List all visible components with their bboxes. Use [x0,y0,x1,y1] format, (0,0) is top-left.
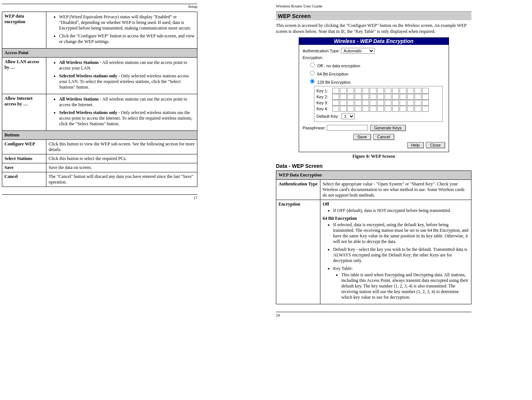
row-wep-content: WEP (Wired Equivalent Privacy) status wi… [46,12,197,49]
passphrase-label: Passphrase: [303,126,326,130]
title-wep-screen: WEP Screen [276,11,471,20]
default-key-select[interactable]: 1 [341,113,355,119]
radio-128-label: 128 Bit Encryption [317,80,351,84]
row-lan-content: All Wireless Stations - All wireless sta… [46,58,197,94]
btn-cancel-label: Cancel [2,172,46,187]
row-wep-b2: Click the "Configure WEP" button to acce… [59,33,195,44]
auth-type-row: Authentication Type: Automatic [303,48,445,54]
passphrase-input[interactable] [327,125,368,131]
cancel-button[interactable]: Cancel [373,134,394,140]
radio-off-label: Off - no data encryption [317,64,360,68]
default-key-label: Default Key: [317,114,339,119]
figure-caption: Figure 8: WEP Screen [276,154,471,159]
btn-select-stations-label: Select Stations [2,154,46,163]
section-access-point: Access Point [2,49,197,58]
btn-cancel-text: The "Cancel" button will discard any dat… [46,172,197,187]
help-button[interactable]: Help [407,142,424,148]
screenshot-titlebar: Wireless - WEP Data Encryption [299,38,449,45]
enc-64-heading: 64 Bit Encryption [323,216,357,221]
encryption-label: Encryption: [303,55,445,60]
row-int-b2: Selected Wireless stations only - Only s… [59,110,195,127]
encryption-cell-label: Encryption [276,200,320,304]
row-lan-b2: Selected Wireless stations only - Only s… [59,73,195,90]
header-setup: Setup [2,4,197,9]
settings-table: WEP data encryption WEP (Wired Equivalen… [2,12,197,187]
page-right: Wireless Router User Guide WEP Screen Th… [276,4,471,317]
row-internet-content: All Wireless Stations - All wireless sta… [46,94,197,131]
section-buttons: Buttons [2,131,197,140]
heading-data-wep: Data - WEP Screen [276,163,471,169]
btn-select-stations-text: Click this button to select the required… [46,154,197,163]
row-lan-label: Allow LAN access by … [2,58,46,94]
wep-screenshot: Wireless - WEP Data Encryption Authentic… [299,37,449,152]
key1-label: Key 1: [317,89,332,93]
btn-save-text: Save the data on screen. [46,163,197,172]
row-wep-b1: WEP (Wired Equivalent Privacy) status wi… [59,14,195,31]
row-wep-label: WEP data encryption [2,12,46,49]
auth-type-label: Authentication Type: [303,49,340,53]
radio-64[interactable] [310,71,315,76]
wep-data-table: WEP Data Encryption Authentication Type … [276,170,471,304]
btn-save-label: Save [2,163,46,172]
auth-type-select[interactable]: Automatic [341,48,375,54]
header-guide: Wireless Router User Guide [276,4,471,8]
encryption-cell-content: Off If OFF (default), data is NOT encryp… [320,200,471,304]
enc-off-heading: Off [323,201,329,207]
enc-64-b3: Key Table: This table is used when Encry… [333,266,469,300]
save-button[interactable]: Save [353,134,371,140]
radio-64-label: 64 Bit Encryption [317,72,348,76]
close-button[interactable]: Close [426,142,445,148]
key4-label: Key 4: [317,107,332,111]
row-lan-b1: All Wireless Stations - All wireless sta… [59,60,195,71]
btn-configure-wep-label: Configure WEP [2,140,46,154]
key2-label: Key 2: [317,95,332,99]
key1-cell[interactable] [332,88,339,94]
intro-paragraph: This screen is accessed by clicking the … [276,22,471,34]
page-number-right: 18 [276,312,471,317]
auth-type-cell-label: Authentication Type [276,180,320,200]
key3-label: Key 3: [317,101,332,105]
enc-64-b1: If selected, data is encrypted, using th… [333,222,469,244]
enc-64-b3-s1: This table is used when Encrypting and D… [341,272,469,300]
generate-keys-button[interactable]: Generate Keys [370,125,406,131]
enc-off-b1: If OFF (default), data is NOT encrypted … [333,208,469,213]
radio-128[interactable] [310,79,315,84]
row-int-b1: All Wireless Stations - All wireless sta… [59,96,195,108]
btn-configure-wep-text: Click this button to view the WEP sub-sc… [46,140,197,154]
auth-type-cell-text: Select the appropriate value - "Open Sys… [320,180,471,200]
radio-off[interactable] [310,62,315,67]
page-left: Setup WEP data encryption WEP (Wired Equ… [2,4,197,317]
enc-64-b2: Default Key - select the key you wish to… [333,247,469,264]
section-wep-data-encryption: WEP Data Encryption [276,171,471,180]
page-number-left: 17 [2,194,197,200]
row-internet-label: Allow Internet access by … [2,94,46,131]
key-table: Key 1: Key 2: Key 3: Key 4: Default Key: [314,86,443,122]
